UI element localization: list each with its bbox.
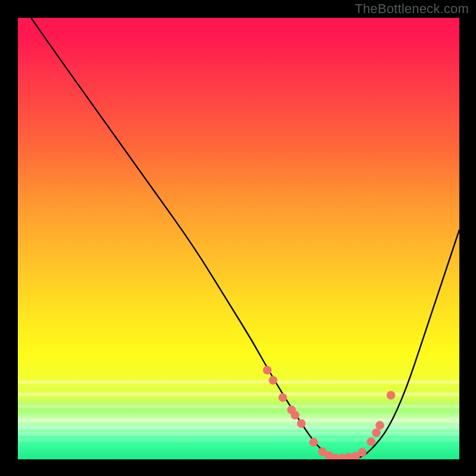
highlight-marker xyxy=(269,376,278,385)
highlight-marker xyxy=(372,428,381,437)
highlight-marker xyxy=(358,448,367,457)
accent-band xyxy=(18,438,459,441)
accent-bands-group xyxy=(18,380,459,441)
accent-band xyxy=(18,380,459,384)
accent-band xyxy=(18,405,459,408)
accent-band xyxy=(18,426,459,430)
highlight-marker xyxy=(387,391,396,400)
plot-area xyxy=(18,18,459,459)
watermark-text: TheBottleneck.com xyxy=(355,1,469,17)
highlight-marker xyxy=(309,438,318,447)
highlight-marker xyxy=(291,411,300,420)
highlight-marker xyxy=(263,366,272,375)
highlight-marker xyxy=(297,419,306,428)
highlight-marker xyxy=(367,437,375,446)
highlight-marker xyxy=(375,421,384,430)
chart-frame: TheBottleneck.com xyxy=(0,0,476,476)
highlight-marker xyxy=(278,393,287,402)
accent-band xyxy=(18,432,459,436)
chart-svg-layer xyxy=(18,18,459,459)
